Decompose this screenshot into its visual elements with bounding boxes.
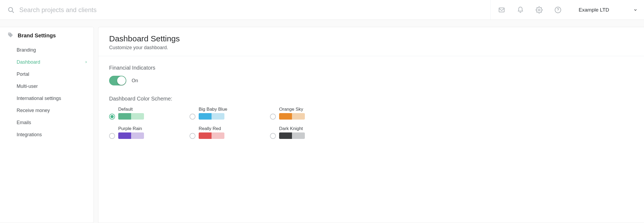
panel-header: Dashboard Settings Customize your dashbo… — [98, 34, 644, 56]
sidebar-item-label: Portal — [17, 71, 29, 77]
color-scheme-option-big-baby-blue[interactable]: Big Baby Blue — [190, 107, 270, 120]
color-scheme-option-really-red[interactable]: Really Red — [190, 126, 270, 139]
sidebar-item-label: Receive money — [17, 108, 50, 113]
panel-body: Financial Indicators On Dashboard Color … — [98, 56, 644, 139]
color-scheme-option-default[interactable]: Default — [109, 107, 190, 120]
color-scheme-swatch — [118, 132, 144, 139]
search-icon[interactable] — [8, 6, 14, 13]
sidebar: Brand Settings BrandingDashboardPortalMu… — [0, 27, 94, 223]
bell-icon[interactable] — [517, 6, 524, 13]
sidebar-item-label: Emails — [17, 120, 31, 125]
financial-toggle-text: On — [132, 78, 138, 84]
color-scheme-swatch-stack: Dark Knight — [279, 126, 305, 139]
color-scheme-name: Dark Knight — [279, 126, 305, 131]
mail-icon[interactable] — [498, 6, 505, 13]
company-dropdown[interactable]: Example LTD — [579, 7, 638, 13]
color-scheme-swatch — [279, 113, 305, 120]
sidebar-item-label: Multi-user — [17, 84, 38, 89]
svg-point-5 — [558, 11, 558, 11]
color-scheme-name: Default — [118, 107, 144, 112]
sidebar-item-dashboard[interactable]: Dashboard — [0, 56, 94, 68]
page-subtitle: Customize your dashboard. — [109, 45, 633, 51]
sidebar-header: Brand Settings — [0, 32, 94, 44]
color-scheme-name: Really Red — [199, 126, 224, 131]
color-scheme-swatch — [199, 113, 224, 120]
gear-icon[interactable] — [536, 6, 543, 13]
sidebar-item-label: Integrations — [17, 132, 42, 138]
color-scheme-swatch — [279, 132, 305, 139]
color-scheme-swatch-stack: Default — [118, 107, 144, 120]
sidebar-item-international-settings[interactable]: International settings — [0, 92, 94, 105]
color-scheme-radio[interactable] — [109, 133, 115, 139]
sidebar-item-label: International settings — [17, 96, 61, 101]
color-scheme-swatch-stack: Purple Rain — [118, 126, 144, 139]
color-scheme-name: Big Baby Blue — [199, 107, 227, 112]
financial-toggle-row: On — [109, 76, 633, 85]
color-scheme-radio[interactable] — [109, 114, 115, 120]
help-icon[interactable] — [554, 6, 561, 13]
color-scheme-label: Dashboard Color Scheme: — [109, 96, 633, 102]
topbar-right: Example LTD — [490, 0, 638, 20]
color-scheme-swatch-stack: Really Red — [199, 126, 224, 139]
chevron-right-icon — [84, 59, 88, 65]
color-scheme-swatch-stack: Orange Sky — [279, 107, 305, 120]
financial-label: Financial Indicators — [109, 65, 633, 71]
color-scheme-option-orange-sky[interactable]: Orange Sky — [270, 107, 350, 120]
color-scheme-radio[interactable] — [270, 133, 276, 139]
color-scheme-radio[interactable] — [190, 133, 195, 139]
color-scheme-radio[interactable] — [190, 114, 195, 120]
sidebar-item-branding[interactable]: Branding — [0, 44, 94, 56]
svg-line-1 — [12, 11, 13, 12]
color-scheme-swatch-stack: Big Baby Blue — [199, 107, 227, 120]
sidebar-list: BrandingDashboardPortalMulti-userInterna… — [0, 44, 94, 141]
search-area — [8, 6, 490, 14]
toggle-knob — [117, 76, 126, 85]
main-panel: Dashboard Settings Customize your dashbo… — [98, 27, 644, 223]
color-scheme-swatch — [199, 132, 224, 139]
color-scheme-name: Orange Sky — [279, 107, 305, 112]
color-scheme-grid: DefaultBig Baby BlueOrange SkyPurple Rai… — [109, 107, 633, 139]
financial-toggle[interactable] — [109, 76, 126, 85]
tag-icon — [8, 32, 13, 39]
color-scheme-option-dark-knight[interactable]: Dark Knight — [270, 126, 350, 139]
topbar: Example LTD — [0, 0, 644, 20]
color-scheme-swatch — [118, 113, 144, 120]
company-name: Example LTD — [579, 7, 609, 13]
sidebar-title: Brand Settings — [18, 33, 56, 39]
page-body: Brand Settings BrandingDashboardPortalMu… — [0, 20, 644, 223]
svg-point-3 — [538, 9, 540, 11]
sidebar-item-receive-money[interactable]: Receive money — [0, 105, 94, 117]
color-scheme-name: Purple Rain — [118, 126, 144, 131]
sidebar-item-label: Dashboard — [17, 59, 40, 65]
sidebar-item-emails[interactable]: Emails — [0, 117, 94, 129]
color-scheme-option-purple-rain[interactable]: Purple Rain — [109, 126, 190, 139]
sidebar-item-portal[interactable]: Portal — [0, 68, 94, 80]
search-input[interactable] — [19, 6, 180, 14]
page-title: Dashboard Settings — [109, 34, 633, 43]
svg-rect-2 — [499, 8, 505, 12]
sidebar-item-integrations[interactable]: Integrations — [0, 129, 94, 141]
sidebar-item-label: Branding — [17, 47, 36, 53]
color-scheme-radio[interactable] — [270, 114, 276, 120]
chevron-down-icon — [633, 8, 638, 12]
sidebar-item-multi-user[interactable]: Multi-user — [0, 80, 94, 92]
